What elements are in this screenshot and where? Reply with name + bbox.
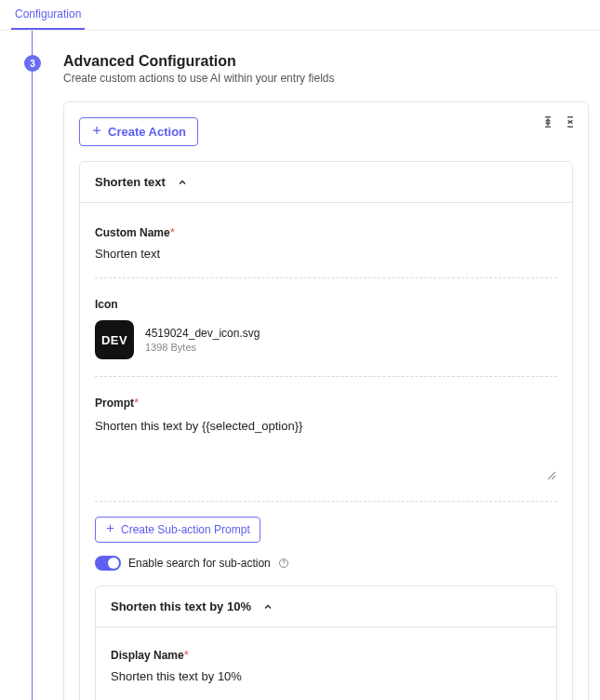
chevron-up-icon	[177, 177, 188, 188]
section-title: Advanced Configuration	[63, 53, 589, 70]
action-card: Shorten text Custom Name* Shorten text I…	[79, 161, 573, 700]
create-action-label: Create Action	[108, 125, 186, 139]
field-divider	[95, 277, 557, 278]
collapse-all-icon[interactable]	[564, 115, 577, 131]
enable-search-label: Enable search for sub-action	[128, 557, 271, 570]
chevron-up-icon	[262, 601, 273, 612]
custom-name-value[interactable]: Shorten text	[95, 247, 557, 261]
enable-search-toggle[interactable]	[95, 556, 121, 571]
display-name-label: Display Name	[111, 649, 184, 662]
resize-handle-icon[interactable]	[546, 470, 557, 484]
step-number-badge: 3	[24, 55, 41, 72]
prompt-value: Shorten this text by {{selected_option}}	[95, 419, 302, 433]
plus-icon	[105, 523, 115, 536]
field-divider	[95, 376, 557, 377]
create-subaction-label: Create Sub-action Prompt	[121, 523, 250, 536]
icon-label: Icon	[95, 298, 118, 311]
dev-icon[interactable]: DEV	[95, 320, 134, 359]
icon-filename: 4519024_dev_icon.svg	[145, 327, 260, 340]
required-marker: *	[184, 648, 189, 662]
advanced-config-card: Create Action Shorten text Custom Name* …	[63, 101, 589, 700]
expand-all-icon[interactable]	[541, 115, 554, 131]
custom-name-label: Custom Name	[95, 226, 170, 239]
create-subaction-button[interactable]: Create Sub-action Prompt	[95, 517, 260, 543]
section-subtitle: Create custom actions to use AI within y…	[63, 72, 589, 85]
required-marker: *	[134, 396, 139, 410]
subaction-card-header[interactable]: Shorten this text by 10%	[96, 586, 556, 627]
tab-configuration[interactable]: Configuration	[11, 2, 85, 30]
field-divider	[95, 501, 557, 502]
help-icon[interactable]	[278, 558, 290, 570]
display-name-value[interactable]: Shorten this text by 10%	[111, 669, 541, 683]
step-connector-line	[32, 31, 33, 700]
subaction-header-title: Shorten this text by 10%	[111, 599, 251, 613]
prompt-label: Prompt	[95, 397, 134, 410]
plus-icon	[91, 125, 102, 139]
create-action-button[interactable]: Create Action	[79, 117, 198, 146]
prompt-textarea[interactable]: Shorten this text by {{selected_option}}	[95, 419, 557, 484]
subaction-card: Shorten this text by 10% Display Name* S…	[95, 586, 557, 700]
action-header-title: Shorten text	[95, 175, 166, 189]
icon-filesize: 1398 Bytes	[145, 342, 260, 353]
action-card-header[interactable]: Shorten text	[80, 162, 572, 203]
required-marker: *	[170, 225, 175, 239]
